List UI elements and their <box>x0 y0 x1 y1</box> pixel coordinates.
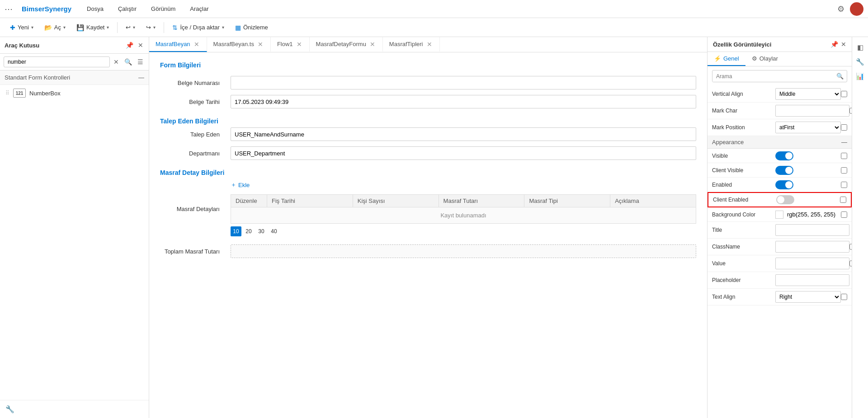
top-bar: ⋯ BimserSynergy Dosya Çalıştır Görünüm A… <box>0 0 868 18</box>
prop-tab-olaylar[interactable]: ⚙ Olaylar <box>745 52 784 66</box>
departman-input[interactable] <box>231 146 696 160</box>
prop-client-enabled-slider <box>776 195 794 204</box>
prop-visible-checkbox[interactable] <box>841 153 847 159</box>
prop-classname-value <box>775 241 849 253</box>
tab-flow1[interactable]: Flow1 ✕ <box>271 37 310 52</box>
undo-button[interactable]: ↩ ▾ <box>121 22 140 33</box>
prop-enabled-slider <box>775 180 793 189</box>
prop-enabled-checkbox[interactable] <box>841 182 847 188</box>
prop-bg-color-label: Background Color <box>712 211 775 218</box>
belge-no-label: Belge Numarası <box>160 80 223 86</box>
prop-bg-color-checkbox[interactable] <box>841 211 847 218</box>
prop-vertical-align-select[interactable]: MiddleTopBottom <box>775 88 841 100</box>
toolbox-numberbox-item[interactable]: ⠿ 121 NumberBox <box>0 85 149 101</box>
prop-panel-title: Özellik Görüntüleyici <box>713 41 771 48</box>
prop-placeholder-input[interactable] <box>775 274 849 286</box>
prop-client-enabled-row: Client Enabled <box>708 192 852 207</box>
right-icon-2[interactable]: 🔧 <box>854 55 867 69</box>
th-masraf-tutari: Masraf Tutarı <box>439 195 525 207</box>
tab-masraftipleri[interactable]: MasrafTipleri ✕ <box>383 37 440 52</box>
toolbox-search-input[interactable] <box>4 56 110 67</box>
toolbox-search-btn[interactable]: 🔍 <box>123 57 134 66</box>
prop-title-row: Title 🌐 <box>708 222 852 239</box>
tab-flow1-close[interactable]: ✕ <box>296 41 303 47</box>
prop-client-enabled-checkbox[interactable] <box>840 197 846 203</box>
save-button[interactable]: 💾 Kaydet ▾ <box>72 22 113 33</box>
total-input[interactable] <box>231 244 696 258</box>
settings-icon[interactable]: ⚙ <box>836 3 845 15</box>
prop-client-visible-label: Client Visible <box>712 167 775 174</box>
app-title: BimserSynergy <box>22 5 71 13</box>
menu-calistir[interactable]: Çalıştır <box>114 4 140 14</box>
prop-text-align-select[interactable]: RightLeftCenter <box>775 291 841 303</box>
tab-masrafdetayformu-close[interactable]: ✕ <box>369 41 376 47</box>
app-grid-icon[interactable]: ⋯ <box>5 4 13 14</box>
prop-close-icon[interactable]: ✕ <box>841 41 846 48</box>
toolbox-close-icon[interactable]: ✕ <box>137 41 144 50</box>
form-row-departman: Departmanı <box>160 146 696 160</box>
prop-mark-position-checkbox[interactable] <box>841 124 847 131</box>
total-label: Toplam Masraf Tutarı <box>160 248 223 255</box>
tab-masrafbeyan-ts-close[interactable]: ✕ <box>257 41 264 47</box>
menu-araclar[interactable]: Araçlar <box>186 4 212 14</box>
prop-tab-genel[interactable]: ⚡ Genel <box>708 52 745 66</box>
import-export-button[interactable]: ⇅ İçe / Dışa aktar ▾ <box>168 22 228 33</box>
toolbox-layout-icon[interactable]: ☰ <box>136 57 145 66</box>
tab-masrafbeyan-ts[interactable]: MasrafBeyan.ts ✕ <box>207 37 271 52</box>
prop-pin-icon[interactable]: 📌 <box>830 41 838 48</box>
page-40[interactable]: 40 <box>269 226 279 236</box>
prop-vertical-align-checkbox[interactable] <box>841 91 847 97</box>
belge-no-input[interactable] <box>231 76 696 89</box>
right-icon-1[interactable]: ◧ <box>854 41 867 54</box>
prop-visible-toggle[interactable] <box>775 151 793 160</box>
prop-bg-color-swatch[interactable] <box>775 211 783 219</box>
prop-classname-row: ClassName <box>708 239 852 255</box>
toolbox-pin-icon[interactable]: 📌 <box>125 41 134 50</box>
tab-masrafbeyan[interactable]: MasrafBeyan ✕ <box>149 37 207 52</box>
open-button[interactable]: 📂 Aç ▾ <box>40 22 70 33</box>
new-button[interactable]: ✚ Yeni ▾ <box>5 22 38 33</box>
prop-client-enabled-toggle[interactable] <box>776 195 794 204</box>
toolbox-search-clear-icon[interactable]: ✕ <box>112 57 121 66</box>
th-masraf-tipi: Masraf Tipi <box>524 195 610 207</box>
prop-search-btn[interactable]: 🔍 <box>833 70 847 82</box>
sidebar-bottom: 🔧 <box>0 400 149 418</box>
preview-button[interactable]: ▦ Önizleme <box>231 22 273 33</box>
prop-value-input[interactable] <box>775 258 849 269</box>
prop-tab-genel-icon: ⚡ <box>714 55 721 62</box>
toolbox-search-row: ✕ 🔍 ☰ <box>0 54 149 70</box>
prop-mark-char-value <box>775 105 849 117</box>
tab-masrafbeyan-close[interactable]: ✕ <box>193 41 200 47</box>
tab-masrafdetayformu[interactable]: MasrafDetayFormu ✕ <box>310 37 383 52</box>
prop-client-visible-value <box>775 166 841 175</box>
talep-eden-input[interactable] <box>231 127 696 141</box>
prop-text-align-row: Text Align RightLeftCenter <box>708 289 852 305</box>
redo-button[interactable]: ↪ ▾ <box>142 22 160 33</box>
masraf-detay-label: Masraf Detayları <box>160 206 223 212</box>
page-30[interactable]: 30 <box>256 226 267 236</box>
th-aciklama: Açıklama <box>610 195 696 207</box>
prop-classname-input[interactable] <box>775 241 849 253</box>
tab-masraftipleri-close[interactable]: ✕ <box>426 41 433 47</box>
prop-mark-position-select[interactable]: atFirstatLast <box>775 122 841 133</box>
belge-tarihi-input[interactable] <box>231 95 696 108</box>
prop-text-align-checkbox[interactable] <box>841 294 847 300</box>
add-masraf-button[interactable]: ＋ Ekle <box>231 179 250 191</box>
page-20[interactable]: 20 <box>243 226 254 236</box>
user-avatar[interactable] <box>850 2 863 16</box>
prop-mark-char-input[interactable] <box>775 105 849 117</box>
page-10[interactable]: 10 <box>231 226 241 236</box>
prop-bg-color-value: rgb(255, 255, 255) <box>775 211 841 219</box>
prop-visible-slider <box>775 151 793 160</box>
prop-bg-color-row: Background Color rgb(255, 255, 255) <box>708 207 852 222</box>
right-icon-3[interactable]: 📊 <box>854 70 867 83</box>
prop-enabled-toggle[interactable] <box>775 180 793 189</box>
prop-client-visible-checkbox[interactable] <box>841 167 847 174</box>
menu-gorunum[interactable]: Görünüm <box>147 4 179 14</box>
new-icon: ✚ <box>10 24 15 31</box>
prop-client-visible-toggle[interactable] <box>775 166 793 175</box>
sidebar-tools-icon[interactable]: 🔧 <box>5 404 15 414</box>
prop-title-input[interactable] <box>775 224 849 236</box>
menu-dosya[interactable]: Dosya <box>83 4 107 14</box>
prop-search-input[interactable] <box>712 71 833 82</box>
